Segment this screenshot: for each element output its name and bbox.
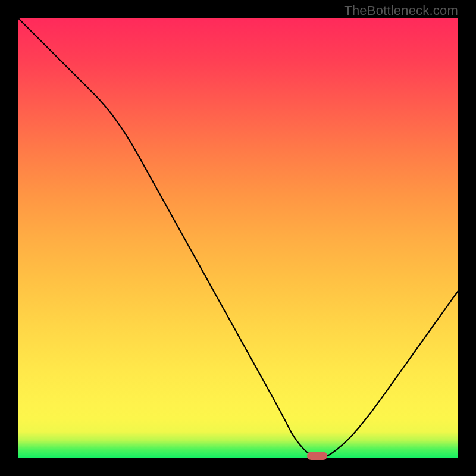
curve-path [18, 18, 458, 458]
attribution-label: TheBottleneck.com [344, 3, 458, 18]
bottleneck-curve [18, 18, 458, 458]
optimum-marker [307, 452, 327, 460]
